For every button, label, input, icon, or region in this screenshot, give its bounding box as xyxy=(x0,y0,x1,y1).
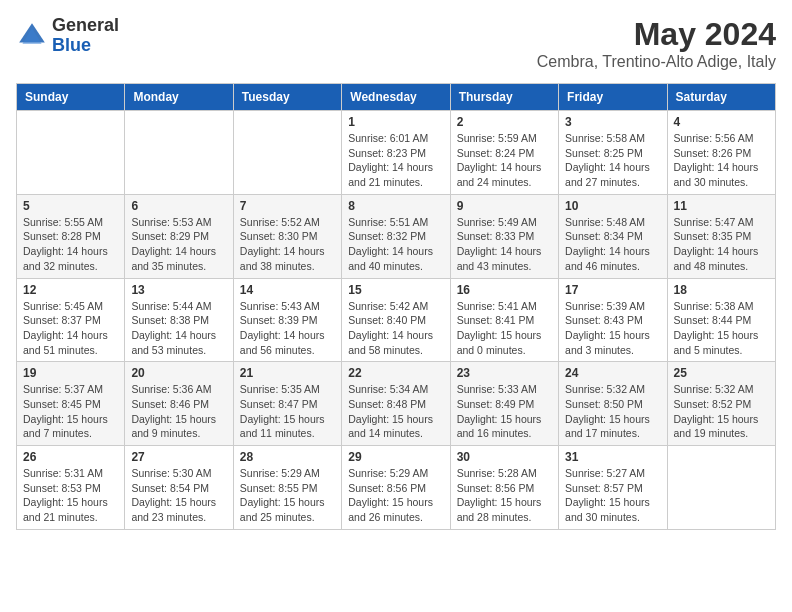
day-number: 10 xyxy=(565,199,660,213)
day-info: Sunrise: 5:51 AM Sunset: 8:32 PM Dayligh… xyxy=(348,215,443,274)
weekday-header-thursday: Thursday xyxy=(450,84,558,111)
day-info: Sunrise: 5:31 AM Sunset: 8:53 PM Dayligh… xyxy=(23,466,118,525)
day-info: Sunrise: 5:29 AM Sunset: 8:56 PM Dayligh… xyxy=(348,466,443,525)
logo-general-text: General xyxy=(52,15,119,35)
day-info: Sunrise: 5:39 AM Sunset: 8:43 PM Dayligh… xyxy=(565,299,660,358)
day-info: Sunrise: 5:32 AM Sunset: 8:50 PM Dayligh… xyxy=(565,382,660,441)
weekday-header-saturday: Saturday xyxy=(667,84,775,111)
calendar-cell: 13Sunrise: 5:44 AM Sunset: 8:38 PM Dayli… xyxy=(125,278,233,362)
day-number: 29 xyxy=(348,450,443,464)
day-info: Sunrise: 5:45 AM Sunset: 8:37 PM Dayligh… xyxy=(23,299,118,358)
day-number: 31 xyxy=(565,450,660,464)
day-info: Sunrise: 5:35 AM Sunset: 8:47 PM Dayligh… xyxy=(240,382,335,441)
calendar-cell: 23Sunrise: 5:33 AM Sunset: 8:49 PM Dayli… xyxy=(450,362,558,446)
day-info: Sunrise: 5:36 AM Sunset: 8:46 PM Dayligh… xyxy=(131,382,226,441)
calendar-cell: 19Sunrise: 5:37 AM Sunset: 8:45 PM Dayli… xyxy=(17,362,125,446)
day-number: 7 xyxy=(240,199,335,213)
day-number: 6 xyxy=(131,199,226,213)
calendar-cell: 16Sunrise: 5:41 AM Sunset: 8:41 PM Dayli… xyxy=(450,278,558,362)
day-info: Sunrise: 6:01 AM Sunset: 8:23 PM Dayligh… xyxy=(348,131,443,190)
day-number: 30 xyxy=(457,450,552,464)
day-number: 20 xyxy=(131,366,226,380)
weekday-header-monday: Monday xyxy=(125,84,233,111)
day-number: 27 xyxy=(131,450,226,464)
day-info: Sunrise: 5:32 AM Sunset: 8:52 PM Dayligh… xyxy=(674,382,769,441)
day-info: Sunrise: 5:58 AM Sunset: 8:25 PM Dayligh… xyxy=(565,131,660,190)
calendar-cell: 4Sunrise: 5:56 AM Sunset: 8:26 PM Daylig… xyxy=(667,111,775,195)
day-number: 12 xyxy=(23,283,118,297)
calendar-cell: 31Sunrise: 5:27 AM Sunset: 8:57 PM Dayli… xyxy=(559,446,667,530)
day-number: 16 xyxy=(457,283,552,297)
weekday-header-wednesday: Wednesday xyxy=(342,84,450,111)
calendar-cell: 20Sunrise: 5:36 AM Sunset: 8:46 PM Dayli… xyxy=(125,362,233,446)
day-number: 25 xyxy=(674,366,769,380)
calendar-cell: 30Sunrise: 5:28 AM Sunset: 8:56 PM Dayli… xyxy=(450,446,558,530)
calendar-cell: 27Sunrise: 5:30 AM Sunset: 8:54 PM Dayli… xyxy=(125,446,233,530)
day-number: 13 xyxy=(131,283,226,297)
calendar-cell: 11Sunrise: 5:47 AM Sunset: 8:35 PM Dayli… xyxy=(667,194,775,278)
day-number: 18 xyxy=(674,283,769,297)
day-info: Sunrise: 5:42 AM Sunset: 8:40 PM Dayligh… xyxy=(348,299,443,358)
day-info: Sunrise: 5:29 AM Sunset: 8:55 PM Dayligh… xyxy=(240,466,335,525)
day-info: Sunrise: 5:33 AM Sunset: 8:49 PM Dayligh… xyxy=(457,382,552,441)
day-number: 9 xyxy=(457,199,552,213)
day-info: Sunrise: 5:34 AM Sunset: 8:48 PM Dayligh… xyxy=(348,382,443,441)
day-number: 24 xyxy=(565,366,660,380)
calendar-cell: 10Sunrise: 5:48 AM Sunset: 8:34 PM Dayli… xyxy=(559,194,667,278)
calendar-cell: 1Sunrise: 6:01 AM Sunset: 8:23 PM Daylig… xyxy=(342,111,450,195)
logo-text: General Blue xyxy=(52,16,119,56)
logo: General Blue xyxy=(16,16,119,56)
day-number: 22 xyxy=(348,366,443,380)
logo-blue-text: Blue xyxy=(52,35,91,55)
weekday-header-sunday: Sunday xyxy=(17,84,125,111)
logo-icon xyxy=(16,20,48,52)
calendar-cell: 14Sunrise: 5:43 AM Sunset: 8:39 PM Dayli… xyxy=(233,278,341,362)
month-year-title: May 2024 xyxy=(537,16,776,53)
day-info: Sunrise: 5:44 AM Sunset: 8:38 PM Dayligh… xyxy=(131,299,226,358)
calendar-table: SundayMondayTuesdayWednesdayThursdayFrid… xyxy=(16,83,776,530)
calendar-cell: 2Sunrise: 5:59 AM Sunset: 8:24 PM Daylig… xyxy=(450,111,558,195)
day-info: Sunrise: 5:27 AM Sunset: 8:57 PM Dayligh… xyxy=(565,466,660,525)
day-number: 23 xyxy=(457,366,552,380)
day-number: 2 xyxy=(457,115,552,129)
day-info: Sunrise: 5:38 AM Sunset: 8:44 PM Dayligh… xyxy=(674,299,769,358)
day-number: 4 xyxy=(674,115,769,129)
calendar-cell: 3Sunrise: 5:58 AM Sunset: 8:25 PM Daylig… xyxy=(559,111,667,195)
day-number: 15 xyxy=(348,283,443,297)
weekday-header-tuesday: Tuesday xyxy=(233,84,341,111)
calendar-cell: 15Sunrise: 5:42 AM Sunset: 8:40 PM Dayli… xyxy=(342,278,450,362)
calendar-week-row: 1Sunrise: 6:01 AM Sunset: 8:23 PM Daylig… xyxy=(17,111,776,195)
calendar-week-row: 19Sunrise: 5:37 AM Sunset: 8:45 PM Dayli… xyxy=(17,362,776,446)
day-number: 26 xyxy=(23,450,118,464)
day-number: 14 xyxy=(240,283,335,297)
day-info: Sunrise: 5:47 AM Sunset: 8:35 PM Dayligh… xyxy=(674,215,769,274)
day-number: 11 xyxy=(674,199,769,213)
day-number: 1 xyxy=(348,115,443,129)
calendar-cell xyxy=(125,111,233,195)
day-info: Sunrise: 5:49 AM Sunset: 8:33 PM Dayligh… xyxy=(457,215,552,274)
calendar-week-row: 26Sunrise: 5:31 AM Sunset: 8:53 PM Dayli… xyxy=(17,446,776,530)
calendar-cell: 17Sunrise: 5:39 AM Sunset: 8:43 PM Dayli… xyxy=(559,278,667,362)
day-number: 28 xyxy=(240,450,335,464)
day-number: 17 xyxy=(565,283,660,297)
day-info: Sunrise: 5:48 AM Sunset: 8:34 PM Dayligh… xyxy=(565,215,660,274)
day-info: Sunrise: 5:53 AM Sunset: 8:29 PM Dayligh… xyxy=(131,215,226,274)
day-number: 5 xyxy=(23,199,118,213)
weekday-header-row: SundayMondayTuesdayWednesdayThursdayFrid… xyxy=(17,84,776,111)
day-info: Sunrise: 5:37 AM Sunset: 8:45 PM Dayligh… xyxy=(23,382,118,441)
calendar-cell: 22Sunrise: 5:34 AM Sunset: 8:48 PM Dayli… xyxy=(342,362,450,446)
calendar-cell: 8Sunrise: 5:51 AM Sunset: 8:32 PM Daylig… xyxy=(342,194,450,278)
weekday-header-friday: Friday xyxy=(559,84,667,111)
calendar-cell: 5Sunrise: 5:55 AM Sunset: 8:28 PM Daylig… xyxy=(17,194,125,278)
calendar-cell: 7Sunrise: 5:52 AM Sunset: 8:30 PM Daylig… xyxy=(233,194,341,278)
day-number: 21 xyxy=(240,366,335,380)
day-number: 3 xyxy=(565,115,660,129)
day-info: Sunrise: 5:30 AM Sunset: 8:54 PM Dayligh… xyxy=(131,466,226,525)
day-info: Sunrise: 5:43 AM Sunset: 8:39 PM Dayligh… xyxy=(240,299,335,358)
calendar-cell: 25Sunrise: 5:32 AM Sunset: 8:52 PM Dayli… xyxy=(667,362,775,446)
calendar-cell: 21Sunrise: 5:35 AM Sunset: 8:47 PM Dayli… xyxy=(233,362,341,446)
calendar-cell: 18Sunrise: 5:38 AM Sunset: 8:44 PM Dayli… xyxy=(667,278,775,362)
calendar-cell xyxy=(233,111,341,195)
day-info: Sunrise: 5:52 AM Sunset: 8:30 PM Dayligh… xyxy=(240,215,335,274)
day-info: Sunrise: 5:55 AM Sunset: 8:28 PM Dayligh… xyxy=(23,215,118,274)
